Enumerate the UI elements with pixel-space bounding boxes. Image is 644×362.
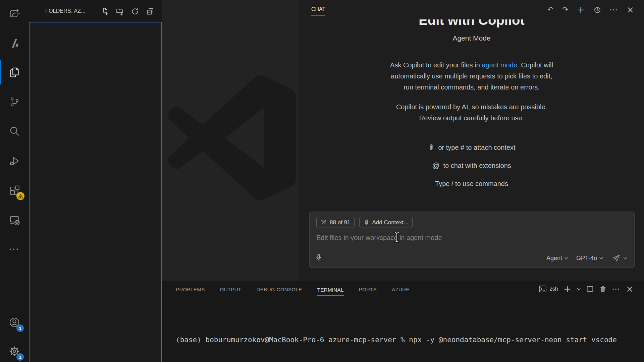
chat-welcome-title: Edit with Copilot <box>299 19 644 28</box>
undo-icon[interactable]: ↶ <box>547 6 553 13</box>
explorer-sidebar: FOLDERS: AZ... <box>29 0 162 362</box>
tab-problems[interactable]: PROBLEMS <box>176 286 205 292</box>
azure-logo-glyph <box>8 37 21 49</box>
hint-attach-context: or type # to attach context <box>299 143 644 152</box>
terminal-line: (base) boburumurzokov@MacBook-Pro-6 azur… <box>176 336 644 344</box>
tab-debug-console[interactable]: DEBUG CONSOLE <box>257 286 302 292</box>
model-picker[interactable]: GPT-4o <box>576 255 603 262</box>
activity-bar-bottom: 1 1 <box>0 314 29 362</box>
mode-picker[interactable]: Agent <box>546 255 568 262</box>
tab-output[interactable]: OUTPUT <box>220 286 241 292</box>
chat-welcome-content: Edit with Copilot Agent Mode Ask Copilot… <box>299 19 644 207</box>
source-control-icon[interactable] <box>6 94 22 110</box>
terminal-icon <box>539 285 547 293</box>
tab-azure[interactable]: AZURE <box>392 286 410 292</box>
history-icon[interactable] <box>593 6 601 14</box>
tools-icon <box>321 219 327 226</box>
chat-hints: or type # to attach context @ to chat wi… <box>299 143 644 188</box>
send-button[interactable] <box>612 254 627 262</box>
chat-input-box[interactable]: 88 of 91 Add Context... Edit files in yo… <box>309 212 635 268</box>
tab-chat[interactable]: CHAT <box>311 6 325 16</box>
text-cursor <box>393 231 400 243</box>
panel-actions: zsh + ··· × <box>539 281 633 297</box>
ellipsis-glyph: ··· <box>9 245 20 254</box>
search-glyph <box>9 126 20 137</box>
terminal-output[interactable]: (base) boburumurzokov@MacBook-Pro-6 azur… <box>176 309 644 362</box>
run-debug-icon[interactable] <box>6 153 22 169</box>
hint-chat-extensions: @ to chat with extensions <box>299 161 644 170</box>
folders-tree-empty[interactable] <box>29 22 162 362</box>
new-folder-icon[interactable] <box>116 7 124 15</box>
add-context-button[interactable]: Add Context... <box>359 217 413 228</box>
close-panel-icon[interactable]: × <box>627 6 634 13</box>
new-file-icon[interactable] <box>101 7 109 15</box>
tab-terminal[interactable]: TERMINAL <box>317 282 344 296</box>
kill-terminal-icon[interactable] <box>599 285 606 293</box>
tools-count-pill[interactable]: 88 of 91 <box>316 217 355 228</box>
vscode-window: ··· 1 1 FOL <box>0 0 644 362</box>
explorer-actions <box>101 7 154 15</box>
paperclip-icon <box>364 219 369 226</box>
at-sign-icon: @ <box>432 161 439 170</box>
chat-header: CHAT ↶ ↷ + ··· × <box>299 0 644 19</box>
collapse-all-icon[interactable] <box>146 7 154 15</box>
active-indicator <box>0 60 1 84</box>
remote-explorer-icon[interactable] <box>6 212 22 228</box>
accounts-badge: 1 <box>16 324 24 332</box>
new-chat-icon[interactable]: + <box>577 6 585 13</box>
send-icon <box>612 254 621 262</box>
panel-close-icon[interactable]: × <box>626 285 633 293</box>
extensions-icon[interactable] <box>6 182 22 198</box>
chat-header-actions: ↶ ↷ + ··· × <box>547 0 634 19</box>
editor-area[interactable] <box>162 0 299 281</box>
chat-input-pills: 88 of 91 Add Context... <box>316 217 413 228</box>
p1-line2: automatically use multiple requests to p… <box>358 71 586 82</box>
tab-ports[interactable]: PORTS <box>359 286 377 292</box>
folders-section-title[interactable]: FOLDERS: AZ... <box>45 8 101 14</box>
run-debug-glyph <box>9 155 20 167</box>
activity-bar-top: ··· <box>0 0 29 271</box>
chevron-down-icon <box>599 257 603 259</box>
more-views-icon[interactable]: ··· <box>6 241 22 257</box>
chevron-down-icon <box>624 257 627 259</box>
chat-paragraph-1: Ask Copilot to edit your files in agent … <box>358 60 586 93</box>
source-control-glyph <box>9 96 20 108</box>
terminal-profile-chevron-icon[interactable] <box>577 288 581 290</box>
chevron-down-icon <box>565 257 568 259</box>
chat-input-toolbar: Agent GPT-4o <box>315 253 627 263</box>
p1-line1: Ask Copilot to edit your files in agent … <box>358 60 586 71</box>
refresh-icon[interactable] <box>131 7 139 15</box>
warning-triangle-icon <box>18 194 23 199</box>
vscode-logo-watermark <box>168 75 296 203</box>
copilot-edits-glyph <box>9 8 20 19</box>
redo-icon[interactable]: ↷ <box>562 6 568 13</box>
chat-input-placeholder[interactable]: Edit files in your workspace in agent mo… <box>316 234 442 242</box>
hint-use-commands: Type / to use commands <box>299 179 644 188</box>
explorer-header: FOLDERS: AZ... <box>29 0 162 22</box>
paperclip-icon <box>428 144 434 151</box>
explorer-icon[interactable] <box>6 64 22 80</box>
p2-line2: Review output carefully before use. <box>358 113 586 124</box>
split-terminal-icon[interactable] <box>586 285 594 293</box>
settings-gear-icon[interactable]: 1 <box>6 343 22 359</box>
microphone-icon[interactable] <box>315 253 322 263</box>
activity-bar: ··· 1 1 <box>0 0 29 362</box>
p1-line3: run terminal commands, and iterate on er… <box>358 82 586 93</box>
chat-input-controls: Agent GPT-4o <box>542 254 627 262</box>
accounts-icon[interactable]: 1 <box>6 314 22 330</box>
agent-mode-link[interactable]: agent mode <box>482 61 518 69</box>
panel-more-icon[interactable]: ··· <box>612 286 620 292</box>
remote-explorer-glyph <box>9 214 20 226</box>
azure-extension-icon[interactable] <box>6 35 22 51</box>
extensions-warning-badge <box>16 192 24 200</box>
search-icon[interactable] <box>6 123 22 139</box>
chat-welcome-subtitle: Agent Mode <box>299 34 644 42</box>
bottom-panel: PROBLEMS OUTPUT DEBUG CONSOLE TERMINAL P… <box>162 281 644 362</box>
copilot-edits-icon[interactable] <box>6 5 22 21</box>
settings-badge: 1 <box>16 353 24 361</box>
more-actions-icon[interactable]: ··· <box>610 7 618 13</box>
shell-selector[interactable]: zsh <box>539 285 558 293</box>
p2-line1: Copilot is powered by AI, so mistakes ar… <box>358 102 586 113</box>
new-terminal-icon[interactable]: + <box>564 285 571 293</box>
explorer-glyph <box>8 66 20 78</box>
